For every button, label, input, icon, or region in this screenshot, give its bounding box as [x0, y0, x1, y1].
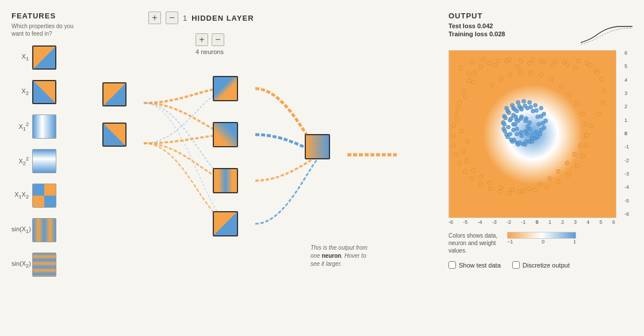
output-grid-area: 6543210-1-2-3-4-5-6 — [448, 50, 632, 218]
color-mid: 0 — [542, 239, 545, 245]
feature-x2[interactable]: X2 — [12, 80, 80, 104]
neurons-count-label: 4 neurons — [195, 48, 443, 55]
feature-sinx2-thumb[interactable] — [32, 253, 56, 277]
discretize-output-label[interactable]: Discretize output — [523, 262, 570, 269]
output-grid[interactable]: 6543210-1-2-3-4-5-6 — [448, 50, 616, 218]
feature-x1x2-label: X1X2 — [12, 191, 29, 200]
feature-x1sq-label: X12 — [12, 121, 29, 132]
test-loss-value: 0.042 — [477, 22, 493, 29]
remove-layer-button[interactable]: − — [166, 12, 178, 24]
feature-x1[interactable]: X1 — [12, 45, 80, 70]
loss-container: Test loss 0.042 Training loss 0.028 — [448, 22, 632, 45]
neuron-3[interactable] — [213, 168, 238, 193]
feature-x1sq-thumb[interactable] — [32, 114, 56, 139]
neuron-tooltip: This is the output from one neuron. Hove… — [310, 244, 368, 268]
test-loss-label: Test loss — [448, 22, 476, 29]
feature-x2-label: X2 — [12, 87, 29, 96]
add-neuron-button[interactable]: + — [195, 33, 208, 46]
discretize-output-checkbox[interactable] — [512, 261, 520, 269]
connections-svg — [86, 60, 443, 278]
feature-x1x2-thumb[interactable] — [32, 184, 56, 208]
feature-x1x2[interactable]: X1X2 — [12, 184, 80, 208]
features-panel: FEATURES Which properties do you want to… — [12, 12, 80, 324]
color-bar-labels: −1 0 1 — [507, 239, 576, 245]
features-title: FEATURES — [12, 12, 80, 20]
training-loss-value: 0.028 — [489, 30, 505, 37]
neuron-4[interactable] — [213, 211, 238, 236]
feature-x1-thumb[interactable] — [32, 45, 56, 70]
feature-sinx2[interactable]: sin(X2) — [12, 253, 80, 277]
output-panel: OUTPUT Test loss 0.042 Training loss 0.0… — [448, 12, 632, 324]
discretize-output-item[interactable]: Discretize output — [512, 261, 570, 269]
x-axis-labels: -6-5-4-3-2-10123456 — [448, 219, 615, 225]
color-max: 1 — [573, 239, 576, 245]
legend-text: Colors shows data, neuron and weight val… — [448, 232, 500, 254]
hidden-layer-title: HIDDEN LAYER — [191, 14, 254, 22]
color-bar — [507, 232, 576, 239]
output-title: OUTPUT — [448, 12, 632, 20]
training-loss-label: Training loss — [448, 30, 488, 37]
show-test-data-item[interactable]: Show test data — [448, 261, 501, 269]
feature-x2-thumb[interactable] — [32, 80, 56, 104]
show-test-data-checkbox[interactable] — [448, 261, 456, 269]
feature-sinx1[interactable]: sin(X1) — [12, 218, 80, 242]
neuron-2[interactable] — [213, 122, 238, 147]
y-axis-labels: 6543210-1-2-3-4-5-6 — [624, 50, 629, 217]
hidden-layer-count: 1 — [183, 14, 187, 22]
feature-x2sq-thumb[interactable] — [32, 149, 56, 173]
training-loss-row: Training loss 0.028 — [448, 30, 575, 37]
remove-neuron-button[interactable]: − — [212, 33, 224, 46]
feature-x1sq[interactable]: X12 — [12, 114, 80, 139]
color-legend: Colors shows data, neuron and weight val… — [448, 232, 632, 254]
feature-x2sq-label: X22 — [12, 156, 29, 166]
feature-sinx2-label: sin(X2) — [12, 260, 29, 269]
feature-sinx1-thumb[interactable] — [32, 218, 56, 242]
neuron-1[interactable] — [213, 76, 238, 101]
output-node: ▸ — [305, 142, 311, 151]
color-min: −1 — [507, 239, 513, 245]
test-loss-row: Test loss 0.042 — [448, 22, 575, 29]
input-x2-node[interactable]: X2 ▸ — [102, 130, 120, 139]
feature-x1-label: X1 — [12, 53, 29, 62]
loss-chart — [581, 22, 632, 45]
feature-sinx1-label: sin(X1) — [12, 226, 29, 234]
show-test-data-label[interactable]: Show test data — [459, 262, 501, 269]
network-panel: + − 1 HIDDEN LAYER + − 4 neurons — [86, 12, 443, 324]
network-visualization: X1 ▸ X2 ▸ — [86, 60, 443, 278]
feature-x2sq[interactable]: X22 — [12, 149, 80, 173]
features-description: Which properties do you want to feed in? — [12, 22, 80, 37]
checkboxes-row: Show test data Discretize output — [448, 261, 632, 269]
hidden-layer-controls: + − 1 HIDDEN LAYER — [148, 12, 254, 24]
input-x1-node[interactable]: X1 ▸ — [102, 90, 120, 99]
add-layer-button[interactable]: + — [148, 12, 161, 24]
loss-values: Test loss 0.042 Training loss 0.028 — [448, 22, 575, 39]
